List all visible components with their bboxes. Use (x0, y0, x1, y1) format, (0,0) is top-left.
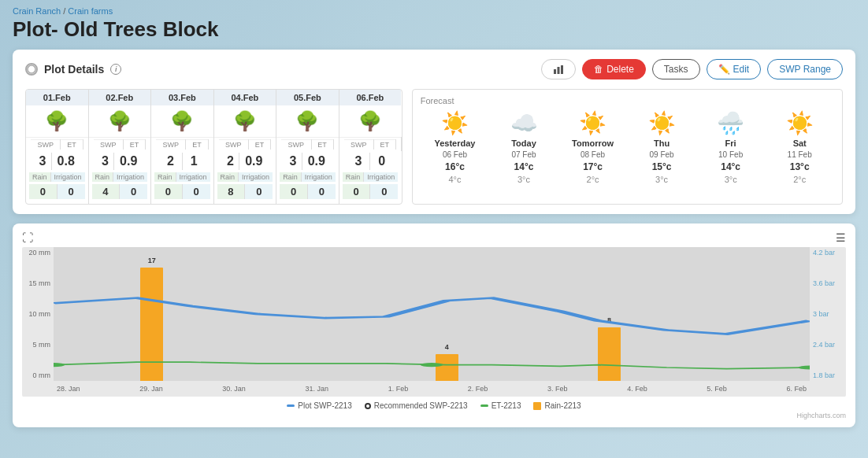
weather-day-date: 08 Feb (581, 150, 605, 159)
chart-legend: Plot SWP-2213Recommended SWP-2213ET-2213… (22, 401, 846, 410)
y-right-label: 3.6 bar (813, 279, 843, 287)
info-icon: i (110, 64, 121, 75)
weather-day-name: Thu (654, 139, 670, 148)
swp-range-button[interactable]: SWP Range (767, 59, 843, 79)
swp-line (54, 298, 810, 334)
weather-low: 4°c (448, 175, 461, 184)
weather-day-date: 06 Feb (443, 150, 467, 159)
weather-day-name: Sat (793, 139, 807, 148)
weather-day: ☀️ Yesterday 06 Feb 16°c 4°c (431, 110, 478, 184)
legend-item: Rain-2213 (533, 401, 581, 410)
weather-high: 17°c (583, 161, 603, 172)
ft-date-header: 05.Feb (276, 90, 339, 105)
x-label: 2. Feb (468, 385, 488, 393)
y-left-label: 5 mm (25, 341, 50, 349)
weather-forecast: Forecast ☀️ Yesterday 06 Feb 16°c 4°c ☁️… (412, 89, 843, 205)
chart-y-left: 20 mm15 mm10 mm5 mm0 mm (22, 247, 54, 381)
page-title: Plot- Old Trees Block (0, 17, 868, 50)
legend-label: Plot SWP-2213 (298, 401, 351, 410)
weather-icon: ☀️ (441, 110, 469, 136)
tasks-button[interactable]: Tasks (652, 59, 700, 79)
ft-tree-icon: 🌳 (88, 105, 151, 138)
chart-header: ⛶ ☰ (22, 231, 846, 244)
weather-day: ☀️ Thu 09 Feb 15°c 3°c (638, 110, 685, 184)
legend-item: Plot SWP-2213 (287, 401, 351, 410)
weather-high: 14°c (721, 161, 740, 172)
weather-high: 13°c (790, 161, 810, 172)
ft-date-header: 06.Feb (339, 90, 401, 105)
weather-icon: ☀️ (579, 110, 606, 136)
breadcrumb: Crain Ranch / Crain farms (0, 0, 868, 17)
card-header: Plot Details i 🗑 Delete Tasks ✏️ Edit SW… (25, 59, 843, 79)
weather-day: ☀️ Tomorrow 08 Feb 17°c 2°c (569, 110, 617, 184)
svg-rect-1 (554, 69, 556, 74)
legend-item: ET-2213 (480, 401, 521, 410)
weather-low: 3°c (655, 175, 668, 184)
x-label: 1. Feb (388, 385, 409, 393)
weather-high: 16°c (445, 161, 465, 172)
legend-line-icon (287, 404, 295, 407)
svg-rect-2 (558, 67, 560, 74)
weather-day-date: 09 Feb (650, 150, 674, 159)
edit-icon: ✏️ (718, 64, 730, 75)
chart-inner: 1748 (54, 247, 810, 381)
breadcrumb-farm[interactable]: Crain farms (68, 6, 113, 16)
highcharts-credit: Highcharts.com (22, 412, 846, 419)
ft-tree-icon: 🌳 (276, 105, 339, 138)
ft-date-header: 03.Feb (151, 90, 214, 105)
legend-label: Recommended SWP-2213 (374, 401, 468, 410)
weather-title: Forecast (421, 96, 834, 105)
weather-day: ☁️ Today 07 Feb 14°c 3°c (500, 110, 547, 184)
weather-low: 3°c (725, 175, 737, 184)
plot-icon (25, 63, 38, 76)
weather-icon: ☀️ (648, 110, 676, 136)
y-left-label: 15 mm (25, 279, 50, 287)
weather-icon: ☁️ (510, 110, 538, 136)
weather-day: ☀️ Sat 11 Feb 13°c 2°c (776, 110, 823, 184)
chart-svg (54, 247, 810, 381)
y-left-label: 20 mm (25, 249, 50, 257)
weather-day-name: Fri (725, 139, 736, 148)
legend-circle-icon (365, 403, 371, 409)
weather-high: 15°c (652, 161, 672, 172)
menu-icon[interactable]: ☰ (836, 231, 846, 244)
expand-icon[interactable]: ⛶ (22, 231, 33, 244)
x-label: 3. Feb (547, 385, 568, 393)
weather-day-date: 10 Feb (718, 150, 743, 159)
legend-bar-icon (533, 402, 541, 410)
chart-icon-button[interactable] (541, 59, 576, 79)
y-right-label: 3 bar (813, 310, 843, 318)
chart-y-right: 4.2 bar3.6 bar3 bar2.4 bar1.8 bar (810, 247, 846, 381)
ft-date-header: 04.Feb (213, 90, 276, 105)
y-left-label: 0 mm (25, 371, 50, 379)
chart-card: ⛶ ☰ 20 mm15 mm10 mm5 mm0 mm 4.2 bar3.6 b… (13, 223, 855, 427)
toolbar: 🗑 Delete Tasks ✏️ Edit SWP Range (541, 59, 843, 79)
y-right-label: 2.4 bar (813, 341, 843, 349)
y-left-label: 10 mm (25, 310, 50, 318)
plot-details-card: Plot Details i 🗑 Delete Tasks ✏️ Edit SW… (13, 50, 855, 214)
breadcrumb-ranch[interactable]: Crain Ranch (13, 6, 61, 16)
et-dot (54, 363, 65, 367)
y-right-label: 4.2 bar (813, 249, 843, 257)
ft-tree-icon: 🌳 (26, 105, 88, 138)
delete-button[interactable]: 🗑 Delete (582, 59, 646, 79)
weather-days: ☀️ Yesterday 06 Feb 16°c 4°c ☁️ Today 07… (421, 110, 834, 184)
weather-day-name: Today (511, 139, 536, 148)
bar-chart-icon (553, 64, 564, 75)
content-area: 01.Feb02.Feb03.Feb04.Feb05.Feb06.Feb 🌳🌳🌳… (25, 89, 843, 205)
weather-icon: 🌧️ (717, 110, 744, 136)
delete-icon: 🗑 (594, 64, 603, 75)
weather-low: 2°c (587, 175, 599, 184)
edit-button[interactable]: ✏️ Edit (707, 59, 762, 79)
weather-low: 3°c (517, 175, 530, 184)
legend-label: Rain-2213 (544, 401, 581, 410)
svg-point-0 (28, 65, 35, 73)
weather-high: 14°c (514, 161, 534, 172)
chart-area: 20 mm15 mm10 mm5 mm0 mm 4.2 bar3.6 bar3 … (22, 247, 846, 397)
plot-details-label: Plot Details (44, 63, 104, 76)
weather-day-date: 07 Feb (511, 150, 536, 159)
card-header-left: Plot Details i (25, 63, 121, 76)
ft-tree-icon: 🌳 (339, 105, 401, 138)
et-dot (421, 363, 443, 367)
x-label: 31. Jan (306, 385, 329, 393)
